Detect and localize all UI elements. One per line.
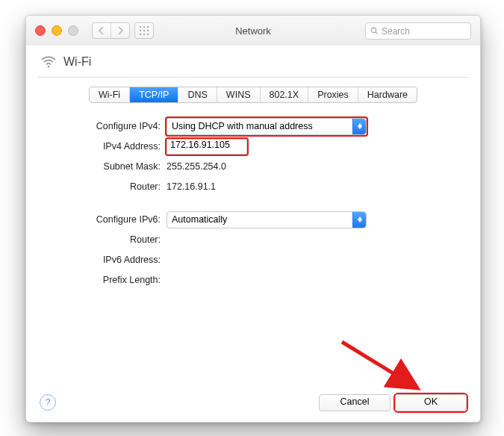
nav-back-forward bbox=[92, 22, 130, 39]
zoom-icon bbox=[68, 25, 78, 36]
configure-ipv4-label: Configure IPv4: bbox=[26, 121, 167, 131]
close-icon[interactable] bbox=[35, 25, 46, 36]
tcpip-form: Configure IPv4: Using DHCP with manual a… bbox=[26, 116, 480, 290]
ipv4-address-label: IPv4 Address: bbox=[26, 141, 167, 152]
tab-dns[interactable]: DNS bbox=[178, 87, 217, 102]
tab-wifi[interactable]: Wi-Fi bbox=[90, 87, 130, 102]
minimize-icon[interactable] bbox=[52, 25, 62, 36]
configure-ipv6-select[interactable]: Automatically bbox=[167, 211, 367, 228]
svg-rect-8 bbox=[147, 34, 149, 35]
search-placeholder: Search bbox=[382, 26, 410, 37]
forward-button[interactable] bbox=[111, 23, 129, 38]
svg-rect-6 bbox=[140, 34, 141, 35]
tab-tcpip[interactable]: TCP/IP bbox=[130, 87, 178, 102]
ipv4-address-value: 172.16.91.105 bbox=[170, 140, 230, 150]
tab-proxies[interactable]: Proxies bbox=[308, 87, 358, 102]
tab-8021x[interactable]: 802.1X bbox=[261, 87, 309, 102]
router-label: Router: bbox=[26, 181, 167, 192]
svg-rect-7 bbox=[143, 34, 145, 35]
prefix-length-label: Prefix Length: bbox=[26, 275, 167, 285]
cancel-label: Cancel bbox=[340, 396, 370, 407]
configure-ipv6-value: Automatically bbox=[172, 214, 227, 225]
divider bbox=[38, 77, 468, 78]
back-button[interactable] bbox=[93, 23, 111, 38]
chevron-updown-icon bbox=[352, 119, 366, 134]
router6-label: Router: bbox=[26, 234, 167, 245]
titlebar: Network Search bbox=[26, 16, 480, 46]
configure-ipv6-label: Configure IPv6: bbox=[26, 214, 167, 225]
pane-header: Wi-Fi bbox=[26, 46, 480, 77]
svg-line-10 bbox=[376, 32, 378, 34]
svg-rect-3 bbox=[140, 30, 141, 31]
svg-rect-2 bbox=[147, 26, 149, 28]
help-button[interactable]: ? bbox=[40, 394, 56, 411]
show-all-button[interactable] bbox=[134, 22, 154, 39]
svg-rect-1 bbox=[143, 26, 145, 28]
content: Wi-Fi Wi-FiTCP/IPDNSWINS802.1XProxiesHar… bbox=[26, 46, 480, 422]
svg-point-11 bbox=[48, 66, 49, 67]
tab-hardware[interactable]: Hardware bbox=[358, 87, 417, 102]
cancel-button[interactable]: Cancel bbox=[319, 394, 391, 411]
router-value: 172.16.91.1 bbox=[167, 181, 216, 192]
prefs-window: Network Search Wi-Fi bbox=[25, 15, 481, 423]
search-icon bbox=[370, 27, 379, 35]
subnet-mask-value: 255.255.254.0 bbox=[167, 161, 226, 172]
svg-rect-4 bbox=[143, 30, 145, 31]
tab-wins[interactable]: WINS bbox=[217, 87, 261, 102]
search-input[interactable]: Search bbox=[365, 22, 471, 40]
svg-rect-5 bbox=[147, 30, 149, 31]
configure-ipv4-value: Using DHCP with manual address bbox=[172, 121, 313, 131]
configure-ipv4-select[interactable]: Using DHCP with manual address bbox=[167, 118, 367, 135]
ipv6-address-label: IPv6 Address: bbox=[26, 255, 167, 265]
footer: ? Cancel OK bbox=[26, 383, 480, 422]
svg-rect-0 bbox=[140, 26, 141, 28]
ok-button[interactable]: OK bbox=[395, 394, 467, 411]
chevron-updown-icon bbox=[352, 212, 366, 228]
subnet-mask-label: Subnet Mask: bbox=[26, 161, 167, 172]
ok-label: OK bbox=[424, 396, 438, 407]
svg-point-9 bbox=[371, 28, 376, 32]
wifi-icon bbox=[40, 53, 57, 71]
help-label: ? bbox=[46, 397, 51, 408]
ipv4-address-input[interactable]: 172.16.91.105 bbox=[167, 139, 247, 155]
pane-title: Wi-Fi bbox=[63, 55, 91, 69]
traffic-lights bbox=[35, 25, 78, 36]
tab-bar: Wi-FiTCP/IPDNSWINS802.1XProxiesHardware bbox=[89, 87, 417, 103]
